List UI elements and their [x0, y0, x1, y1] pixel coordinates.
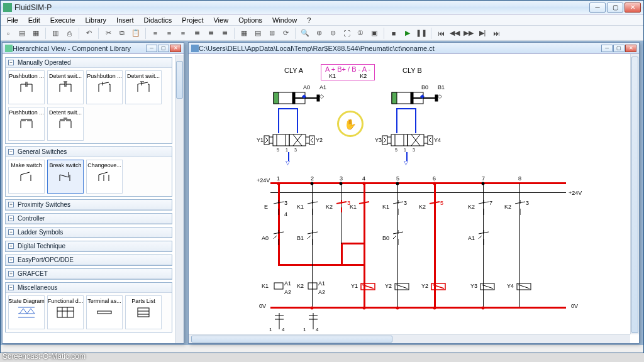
align-left-icon[interactable]: ≡ — [149, 27, 162, 40]
comp-parts-list[interactable]: Parts List — [125, 295, 162, 329]
circuit-icon — [191, 45, 199, 52]
copy-icon[interactable]: ⧉ — [116, 27, 128, 40]
circuit-canvas[interactable]: CLY A CLY B A + B+ / B - A - K1K2 A0 A1 … — [189, 54, 639, 343]
svg-text:1: 1 — [286, 148, 288, 152]
label-b0: B0 — [421, 84, 428, 90]
save-icon[interactable]: ▦ — [30, 27, 42, 40]
library-scrollbar[interactable] — [175, 55, 184, 343]
lib-min-button[interactable]: ─ — [146, 45, 157, 52]
svg-rect-1 — [97, 311, 111, 314]
open-icon[interactable]: ▤ — [16, 27, 28, 40]
align-bottom-icon[interactable]: ≣ — [218, 27, 231, 40]
cat-proximity-switches[interactable]: +Proximity Switches — [6, 200, 172, 210]
pause-icon[interactable]: ❚❚ — [415, 27, 428, 40]
menu-project[interactable]: Project — [177, 16, 208, 24]
svg-text:5: 5 — [395, 148, 397, 152]
refresh-icon[interactable]: ⟳ — [279, 27, 292, 40]
close-button[interactable]: ✕ — [625, 3, 641, 13]
valve-a[interactable]: 513 — [263, 132, 316, 155]
align-middle-icon[interactable]: ≣ — [204, 27, 217, 40]
circuit-title: C:\Users\DELL\AppData\Local\Temp\Rar$EX8… — [199, 45, 601, 52]
cylinder-b[interactable] — [389, 89, 439, 110]
play-icon[interactable]: ▶ — [401, 27, 414, 40]
svg-rect-16 — [309, 136, 314, 145]
svg-text:3: 3 — [413, 148, 415, 152]
snap-icon[interactable]: ⊞ — [265, 27, 278, 40]
menu-view[interactable]: View — [208, 16, 233, 24]
cat-misc[interactable]: −Miscellaneous — [6, 283, 172, 293]
comp-detent-switch-3[interactable]: Detent swit... — [47, 107, 84, 141]
menu-options[interactable]: Options — [233, 16, 267, 24]
svg-rect-13 — [273, 134, 289, 146]
rulers-icon[interactable]: ▤ — [252, 27, 264, 40]
menu-window[interactable]: Window — [267, 16, 302, 24]
forward-icon[interactable]: ▶▶ — [462, 27, 475, 40]
maximize-button[interactable]: ▢ — [607, 3, 623, 13]
svg-rect-2 — [138, 308, 149, 317]
comp-detent-switch-2[interactable]: Detent swit... — [125, 70, 162, 104]
menu-file[interactable]: File — [2, 16, 23, 24]
valve-b[interactable]: 513 — [381, 132, 434, 155]
menu-insert[interactable]: Insert — [111, 16, 139, 24]
undo-icon[interactable]: ↶ — [82, 27, 95, 40]
stop-icon[interactable]: ■ — [387, 27, 400, 40]
svg-text:5: 5 — [277, 148, 279, 152]
label-y2: Y2 — [316, 137, 323, 143]
cat-digital-technique[interactable]: +Digital Technique — [6, 241, 172, 251]
zoom-actual-icon[interactable]: ① — [354, 27, 367, 40]
step-back-icon[interactable]: ⏮ — [435, 27, 447, 40]
zoom-in-icon[interactable]: ⊕ — [313, 27, 325, 40]
cat-ladder-symbols[interactable]: +Ladder Symbols — [6, 228, 172, 238]
label-y3: Y3 — [375, 137, 382, 143]
cat-general-switches[interactable]: −General Switches — [6, 147, 172, 157]
svg-text:3: 3 — [294, 148, 297, 152]
label-0v-left: 0V — [259, 303, 266, 309]
label-cly-a: CLY A — [284, 67, 303, 74]
circ-max-button[interactable]: ▢ — [613, 45, 625, 52]
align-center-icon[interactable]: ≡ — [163, 27, 175, 40]
menu-library[interactable]: Library — [80, 16, 111, 24]
cat-easyport[interactable]: +EasyPort/OPC/DDE — [6, 255, 172, 265]
zoom-out-icon[interactable]: ⊖ — [326, 27, 339, 40]
align-top-icon[interactable]: ≣ — [191, 27, 203, 40]
print-icon[interactable]: ⎙ — [63, 27, 75, 40]
cut-icon[interactable]: ✂ — [102, 27, 114, 40]
cylinder-a[interactable] — [270, 89, 321, 110]
zoom-tool-icon[interactable]: 🔍 — [299, 27, 311, 40]
step-end-icon[interactable]: ⏭ — [490, 27, 502, 40]
circ-close-button[interactable]: ✕ — [625, 45, 636, 52]
cat-grafcet[interactable]: +GRAFCET — [6, 269, 172, 279]
lib-close-button[interactable]: ✕ — [170, 45, 181, 52]
svg-rect-28 — [308, 283, 317, 289]
zoom-sel-icon[interactable]: ▣ — [368, 27, 380, 40]
menu-help[interactable]: ? — [302, 16, 316, 24]
rewind-icon[interactable]: ◀◀ — [448, 27, 461, 40]
new-icon[interactable]: ▫ — [2, 27, 14, 40]
toolbar: ▫ ▤ ▦ ▥ ⎙ ↶ ✂ ⧉ 📋 ≡ ≡ ≡ ≣ ≣ ≣ ▦ ▤ ⊞ ⟳ 🔍 … — [1, 26, 643, 41]
align-right-icon[interactable]: ≡ — [177, 27, 189, 40]
zoom-fit-icon[interactable]: ⛶ — [340, 27, 353, 40]
lib-max-button[interactable]: ▢ — [158, 45, 169, 52]
menu-didactics[interactable]: Didactics — [139, 16, 177, 24]
svg-rect-5 — [292, 92, 295, 104]
menu-edit[interactable]: Edit — [23, 16, 45, 24]
minimize-button[interactable]: ─ — [589, 3, 606, 13]
step-fwd-icon[interactable]: ▶| — [476, 27, 489, 40]
circ-min-button[interactable]: ─ — [601, 45, 613, 52]
paste-icon[interactable]: 📋 — [130, 27, 142, 40]
svg-rect-27 — [274, 283, 283, 289]
library-window: Hierarchical View - Component Library ─ … — [2, 42, 184, 344]
svg-rect-0 — [57, 307, 74, 317]
hand-cursor-icon: ✋ — [337, 111, 364, 137]
grid-icon[interactable]: ▦ — [238, 27, 250, 40]
circuit-hscrollbar[interactable] — [189, 334, 630, 343]
cat-controller[interactable]: +Controller — [6, 214, 172, 224]
cat-manually-operated[interactable]: −Manually Operated — [6, 58, 172, 68]
comp-changeover[interactable]: Changeove... — [86, 160, 123, 194]
print-preview-icon[interactable]: ▥ — [49, 27, 62, 40]
app-icon — [3, 3, 12, 12]
svg-rect-4 — [274, 92, 279, 104]
menu-execute[interactable]: Execute — [45, 16, 80, 24]
label-b1: B1 — [438, 84, 445, 90]
circuit-vscrollbar[interactable] — [630, 54, 639, 334]
